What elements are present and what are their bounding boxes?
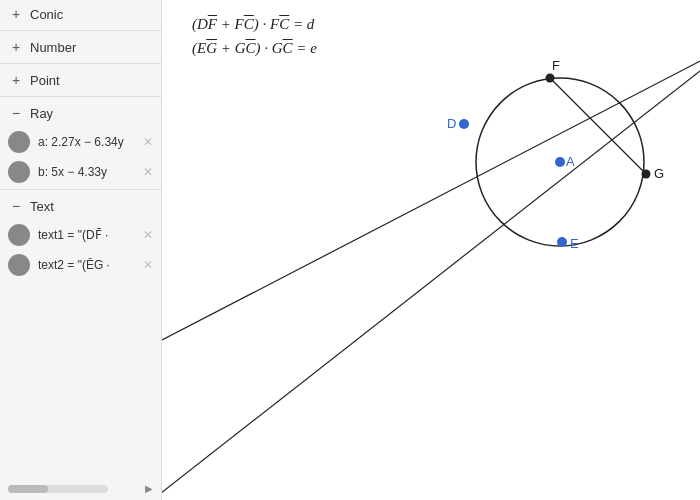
sidebar-section-point[interactable]: + Point (0, 66, 161, 94)
point-F-label: F (552, 58, 560, 73)
sidebar-bottom: ▶ (0, 477, 161, 500)
sidebar-label-ray: Ray (30, 106, 53, 121)
text2-label: text2 = "(ĒG · (38, 258, 139, 272)
divider-point (0, 96, 161, 97)
list-item: text1 = "(DF̄ · ✕ (0, 220, 161, 250)
plus-icon-point: + (8, 72, 24, 88)
ray-a-label: a: 2.27x − 6.34y (38, 135, 139, 149)
chord-fg (550, 78, 646, 174)
point-E-label: E (570, 236, 579, 251)
minus-icon-text: − (8, 198, 24, 214)
sidebar-section-conic[interactable]: + Conic (0, 0, 161, 28)
divider-number (0, 63, 161, 64)
sidebar-label-number: Number (30, 40, 76, 55)
dot-icon-b (8, 161, 30, 183)
canvas-area: (DF + FC) · FC = d (EG + GC) · GC = e C … (162, 0, 700, 500)
dot-icon-text1 (8, 224, 30, 246)
sidebar-label-conic: Conic (30, 7, 63, 22)
dot-icon-text2 (8, 254, 30, 276)
close-icon-a[interactable]: ✕ (143, 135, 153, 149)
list-item: text2 = "(ĒG · ✕ (0, 250, 161, 280)
ray-line-ec (162, 42, 700, 500)
sidebar-section-ray[interactable]: − Ray (0, 99, 161, 127)
point-E (557, 237, 567, 247)
sidebar-scrollbar[interactable] (8, 485, 108, 493)
sidebar-scrollbar-thumb[interactable] (8, 485, 48, 493)
divider-conic (0, 30, 161, 31)
point-D (459, 119, 469, 129)
plus-icon-number: + (8, 39, 24, 55)
point-G-label: G (654, 166, 664, 181)
sidebar-section-number[interactable]: + Number (0, 33, 161, 61)
plus-icon: + (8, 6, 24, 22)
geometry-canvas: C F D A G E (162, 0, 700, 500)
minus-icon-ray: − (8, 105, 24, 121)
sidebar-section-text[interactable]: − Text (0, 192, 161, 220)
close-icon-text1[interactable]: ✕ (143, 228, 153, 242)
list-item: b: 5x − 4.33y ✕ (0, 157, 161, 187)
sidebar-label-text: Text (30, 199, 54, 214)
list-item: a: 2.27x − 6.34y ✕ (0, 127, 161, 157)
dot-icon-a (8, 131, 30, 153)
text1-label: text1 = "(DF̄ · (38, 228, 139, 242)
ray-line-dc (162, 42, 700, 340)
point-F (546, 74, 555, 83)
scroll-right-arrow-icon[interactable]: ▶ (145, 483, 153, 494)
sidebar: + Conic + Number + Point − Ray a: 2.27x … (0, 0, 162, 500)
close-icon-text2[interactable]: ✕ (143, 258, 153, 272)
point-D-label: D (447, 116, 456, 131)
divider-ray (0, 189, 161, 190)
ray-b-label: b: 5x − 4.33y (38, 165, 139, 179)
point-A-label: A (566, 154, 575, 169)
point-A (555, 157, 565, 167)
close-icon-b[interactable]: ✕ (143, 165, 153, 179)
sidebar-label-point: Point (30, 73, 60, 88)
point-G (642, 170, 651, 179)
